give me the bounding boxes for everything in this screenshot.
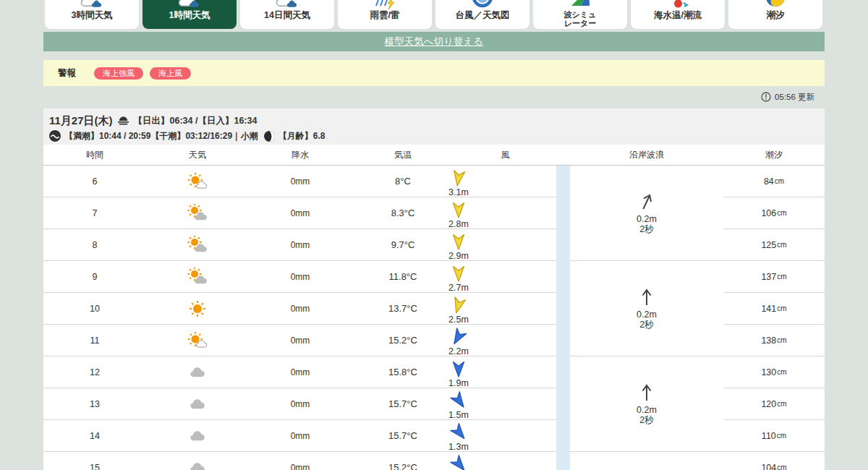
- precip-cell: 0mm: [249, 261, 352, 292]
- tide-info: 【満潮】10:44 / 20:59【干潮】03:12/16:29｜小潮: [64, 130, 258, 142]
- tide-value: 141: [761, 304, 776, 314]
- forecast-row: 8 0mm 9.7°C 2.9m: [43, 229, 556, 261]
- tide-unit: cm: [777, 273, 786, 281]
- tab-8[interactable]: 潮汐: [728, 0, 822, 29]
- weather-icon: [274, 0, 300, 10]
- tide-wave-icon: [49, 130, 61, 142]
- warning-label: 警報: [58, 67, 76, 80]
- tide-unit: cm: [777, 336, 786, 344]
- forecast-row: 12 0mm 15.8°C 1.9m: [43, 356, 556, 388]
- wave-direction-icon: [640, 192, 653, 214]
- tide-cell: 125cm: [723, 229, 825, 261]
- tide-cell: 106cm: [723, 197, 825, 229]
- rain-thunder-icon: [372, 0, 398, 10]
- date-header: 11月27日(木) 【日出】06:34 /【日入】16:34 【満潮】10:44…: [43, 108, 825, 145]
- sun-cloud-icon: [146, 261, 249, 292]
- tab-7[interactable]: 海水温/潮流: [631, 0, 725, 29]
- wind-cell: 2.8m: [454, 197, 556, 228]
- wave-cell: [570, 452, 723, 470]
- update-line: 05:56 更新: [761, 90, 814, 104]
- tide-cell: 141cm: [723, 293, 825, 325]
- column-header: 気温: [352, 145, 454, 165]
- temp-cell: 13.7°C: [352, 293, 454, 324]
- tab-6[interactable]: 波シミュ レーター: [533, 0, 627, 29]
- tide-unit: cm: [777, 304, 786, 312]
- temp-cell: 11.8°C: [352, 261, 454, 292]
- wind-speed: 3.1m: [443, 188, 475, 197]
- column-header: 潮汐: [723, 145, 825, 165]
- warning-badge[interactable]: 海上強風: [94, 67, 143, 80]
- column-header: 時間: [43, 145, 146, 165]
- wave-height: 0.2m: [637, 214, 657, 224]
- wind-cell: 2.9m: [454, 229, 556, 260]
- hour-cell: 6: [43, 166, 146, 197]
- tide-value: 130: [761, 367, 776, 377]
- hour-cell: 12: [43, 356, 146, 388]
- tide-unit: cm: [777, 209, 786, 217]
- tab-label: 潮汐: [767, 11, 785, 20]
- weather-icon: [176, 0, 203, 10]
- tab-2[interactable]: 1時間天気: [142, 0, 237, 29]
- warning-badge[interactable]: 海上風: [150, 67, 191, 80]
- tab-label: 台風／天気図: [456, 11, 510, 20]
- hour-cell: 10: [43, 293, 146, 324]
- wind-cell: 2.2m: [454, 325, 556, 356]
- precip-cell: 0mm: [249, 325, 352, 356]
- forecast-row: 10 0mm 13.7°C 2.5m: [43, 293, 556, 325]
- precip-cell: 0mm: [249, 166, 352, 197]
- cloud-icon: [146, 388, 249, 419]
- column-header: 天気: [146, 145, 249, 165]
- sun-cloud-icon: [146, 197, 249, 228]
- switch-layout-bar: 横型天気へ切り替える: [43, 32, 825, 51]
- hour-cell: 11: [43, 325, 146, 356]
- tab-label: 海水温/潮流: [654, 11, 702, 20]
- coastal-wave-column: 0.2m 2秒 0.2m 2秒 0.2m 2秒: [570, 166, 723, 470]
- temp-cell: 15.2°C: [352, 452, 454, 470]
- wave-direction-icon: [640, 288, 653, 309]
- tide-unit: cm: [777, 463, 786, 470]
- temp-cell: 8.3°C: [352, 197, 454, 228]
- wave-period: 2秒: [639, 320, 653, 330]
- tab-label: 雨雲/雷: [370, 11, 400, 20]
- tide-cell: 138cm: [723, 325, 825, 356]
- tab-5[interactable]: 台風／天気図: [435, 0, 529, 29]
- sun-cloud-icon: [146, 229, 249, 260]
- moon-age-info: 【月齢】6.8: [278, 130, 326, 142]
- tide-unit: cm: [775, 177, 784, 185]
- hour-cell: 13: [43, 388, 146, 419]
- tide-value: 106: [761, 208, 776, 218]
- tide-cell: 130cm: [723, 356, 825, 388]
- tide-unit: cm: [777, 241, 786, 249]
- warning-badges: 海上強風海上風: [94, 67, 191, 80]
- table-body: 6 0mm 8°C 3.1m 7 0mm 8.3°C 2.8m 8 0mm 9.…: [43, 166, 825, 470]
- tab-4[interactable]: 雨雲/雷: [338, 0, 432, 29]
- sunrise-icon: [117, 116, 129, 126]
- switch-layout-link[interactable]: 横型天気へ切り替える: [385, 35, 483, 48]
- warning-bar: 警報 海上強風海上風: [43, 60, 825, 86]
- tide-value: 104: [761, 463, 776, 470]
- precip-cell: 0mm: [249, 229, 352, 260]
- update-time: 05:56 更新: [775, 92, 814, 103]
- wind-cell: [454, 452, 556, 470]
- precip-cell: 0mm: [249, 356, 352, 388]
- precip-cell: 0mm: [249, 293, 352, 324]
- sun-icon: [146, 293, 249, 324]
- sun-small-cloud-icon: [146, 166, 249, 197]
- forecast-row: 11 0mm 15.2°C 2.2m: [43, 325, 556, 356]
- tab-3[interactable]: 14日間天気: [240, 0, 334, 29]
- forecast-row: 9 0mm 11.8°C 2.7m: [43, 261, 556, 293]
- temp-cell: 9.7°C: [352, 229, 454, 260]
- precip-cell: 0mm: [249, 388, 352, 419]
- tab-1[interactable]: 3時間天気: [45, 0, 139, 29]
- wind-cell: 1.5m: [454, 388, 556, 419]
- wind-cell: 1.9m: [454, 356, 556, 388]
- typhoon-icon: [469, 0, 495, 10]
- info-icon[interactable]: [761, 92, 771, 102]
- wind-arrow-icon: [451, 463, 467, 470]
- cloud-icon: [146, 420, 249, 451]
- wind-cell: 1.3m: [454, 420, 556, 451]
- temp-cell: 15.7°C: [352, 420, 454, 451]
- sea-temp-icon: [665, 0, 691, 10]
- precip-cell: 0mm: [249, 197, 352, 228]
- wave-sim-icon: [567, 0, 593, 10]
